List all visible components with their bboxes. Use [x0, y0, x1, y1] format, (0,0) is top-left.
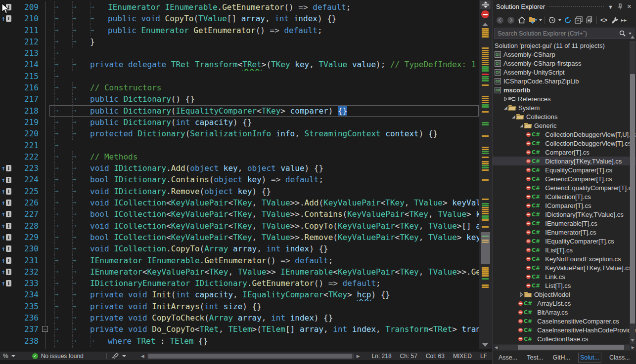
- panel-tab-solut[interactable]: Solut...: [578, 353, 601, 363]
- line-number[interactable]: 230: [17, 243, 39, 254]
- editor-hscrollbar-thumb[interactable]: [148, 354, 352, 359]
- toolbar-overflow-icon[interactable]: ▸▸: [621, 17, 627, 23]
- tree-item[interactable]: C#CaseInsensitiveComparer.cs: [493, 317, 636, 325]
- search-icon[interactable]: [619, 30, 626, 37]
- properties-icon[interactable]: [609, 15, 620, 26]
- code-text[interactable]: →→protected Dictionary(SerializationInfo…: [49, 128, 479, 139]
- line-number[interactable]: 210: [17, 13, 39, 24]
- code-line[interactable]: ↑I231→→IEnumerator IEnumerable.GetEnumer…: [0, 255, 479, 266]
- code-line[interactable]: 239→→private static KeyValuePair<TKey, T…: [0, 347, 479, 349]
- line-number[interactable]: 215: [17, 71, 39, 82]
- chevron-expanded-icon[interactable]: [510, 115, 516, 119]
- line-number[interactable]: 220: [17, 128, 39, 139]
- code-cleanup-broom-icon[interactable]: [112, 353, 119, 359]
- implements-interface-icon[interactable]: ↑I: [1, 245, 11, 252]
- forward-icon[interactable]: [505, 15, 516, 26]
- editor-hscrollbar[interactable]: [147, 354, 354, 359]
- code-line[interactable]: ↑I228→→void ICollection<KeyValuePair<TKe…: [0, 220, 479, 232]
- tree-item[interactable]: C#List[T].cs: [493, 281, 636, 290]
- implements-interface-icon[interactable]: ↑I: [1, 165, 11, 171]
- sync-with-active-document-icon[interactable]: [546, 15, 557, 26]
- tree-item[interactable]: C#Link.cs: [493, 272, 636, 281]
- tree-item[interactable]: C#CollectionDebuggerView[T].cs: [493, 139, 636, 148]
- line-number[interactable]: 225: [17, 186, 39, 197]
- code-line[interactable]: 215→: [0, 71, 479, 82]
- pin-icon[interactable]: [618, 3, 623, 10]
- code-text[interactable]: →→private void Init(int capacity, IEqual…: [49, 289, 479, 300]
- panel-tab-gith[interactable]: GitH...: [551, 353, 572, 362]
- line-number[interactable]: 209: [17, 1, 39, 13]
- code-text[interactable]: →→public Dictionary(IEqualityComparer<TK…: [49, 105, 479, 117]
- code-text[interactable]: →→→public Enumerator GetEnumerator() => …: [49, 25, 479, 36]
- home-icon[interactable]: [516, 15, 527, 26]
- tree-scroll-up-arrow[interactable]: [631, 36, 635, 39]
- tree-item[interactable]: C#IList[T].cs: [493, 245, 636, 254]
- code-text[interactable]: →→public Dictionary(int capacity) {}: [49, 117, 479, 128]
- code-line[interactable]: ↑I223→→void IDictionary.Add(object key, …: [0, 162, 479, 174]
- tree-item[interactable]: C#IEqualityComparer[T].cs: [493, 237, 636, 245]
- code-text[interactable]: →→void ICollection<KeyValuePair<TKey, TV…: [49, 220, 479, 232]
- code-editor[interactable]: ↑I209→→→IEnumerator IEnumerable.GetEnume…: [0, 0, 492, 349]
- drag-grip[interactable]: [549, 5, 604, 8]
- code-line[interactable]: 236→→private void CopyToCheck(Array arra…: [0, 312, 479, 324]
- line-number[interactable]: 214: [17, 59, 39, 70]
- code-line[interactable]: 222→→// Methods: [0, 151, 479, 162]
- code-line[interactable]: ↑I210→→→public void CopyTo(TValue[] arra…: [0, 13, 479, 24]
- tree-item[interactable]: C#CollectionBase.cs: [493, 334, 636, 343]
- line-number[interactable]: 233: [17, 278, 39, 289]
- code-text[interactable]: →→private delegate TRet Transform<TRet>(…: [49, 59, 479, 70]
- switch-views-caret-icon[interactable]: [539, 19, 542, 21]
- tree-item[interactable]: C#IEnumerator[T].cs: [493, 228, 636, 237]
- status-item[interactable]: Ln: 218: [372, 353, 392, 360]
- tree-item[interactable]: C#Comparer[T].cs: [493, 148, 636, 157]
- implements-interface-icon[interactable]: ↑I: [1, 188, 11, 195]
- code-line[interactable]: ↑I232→→IEnumerator<KeyValuePair<TKey, TV…: [0, 266, 479, 278]
- collapse-all-icon[interactable]: [573, 15, 584, 26]
- code-text[interactable]: →→private void CopyToCheck(Array array, …: [49, 312, 479, 324]
- tree-item[interactable]: C#Assembly-CSharp-firstpass: [493, 59, 636, 68]
- line-number[interactable]: 212: [17, 36, 39, 47]
- tree-item[interactable]: C#EqualityComparer[T].cs: [493, 165, 636, 174]
- code-line[interactable]: ↑I230→→void ICollection.CopyTo(Array arr…: [0, 243, 479, 254]
- tree-item[interactable]: Generic: [493, 121, 636, 130]
- tree-item[interactable]: C#GenericComparer[T].cs: [493, 174, 636, 183]
- line-number[interactable]: 216: [17, 82, 39, 93]
- tree-item[interactable]: C#CaseInsensitiveHashCodeProvider.cs: [493, 325, 636, 334]
- code-line[interactable]: 221→: [0, 140, 479, 151]
- solution-explorer-header[interactable]: Solution Explorer ▼ ✕: [493, 0, 636, 13]
- code-text[interactable]: →→// Methods: [49, 151, 479, 162]
- tree-scroll-right-arrow[interactable]: ▶: [630, 345, 636, 350]
- line-number[interactable]: 224: [17, 174, 39, 185]
- line-number[interactable]: 213: [17, 47, 39, 59]
- code-text[interactable]: →→void IDictionary.Add(object key, objec…: [49, 162, 479, 174]
- implements-interface-icon[interactable]: ↑I: [1, 177, 11, 183]
- code-line[interactable]: 213→: [0, 47, 479, 59]
- tree-item[interactable]: Solution 'project-gui' (11 of 11 project…: [493, 41, 636, 50]
- line-number[interactable]: 236: [17, 312, 39, 324]
- code-line[interactable]: 220→→protected Dictionary(SerializationI…: [0, 128, 479, 139]
- tree-item[interactable]: C#ICollection[T].cs: [493, 192, 636, 201]
- code-line[interactable]: ↑I229→→bool ICollection<KeyValuePair<TKe…: [0, 232, 479, 243]
- implements-interface-icon[interactable]: ↑I: [1, 257, 11, 264]
- tree-hscrollbar-thumb[interactable]: [518, 345, 624, 350]
- chevron-collapsed-icon[interactable]: [518, 292, 524, 297]
- tree-item[interactable]: C#Assembly-CSharp: [493, 50, 636, 59]
- code-text[interactable]: →: [49, 47, 479, 59]
- fold-collapse-icon[interactable]: –: [42, 326, 48, 332]
- close-icon[interactable]: ✕: [627, 3, 632, 10]
- status-item[interactable]: Col: 63: [426, 353, 445, 360]
- code-text[interactable]: →→public Dictionary() {}: [49, 93, 479, 105]
- status-item[interactable]: Ch: 57: [400, 353, 417, 360]
- implements-interface-icon[interactable]: ↑I: [1, 200, 11, 206]
- code-line[interactable]: 234→→private void Init(int capacity, IEq…: [0, 289, 479, 300]
- line-number[interactable]: 228: [17, 220, 39, 232]
- zoom-caret-icon[interactable]: [11, 355, 15, 357]
- code-line[interactable]: ↑I233→→IDictionaryEnumerator IDictionary…: [0, 278, 479, 289]
- hscroll-left-arrow[interactable]: ◀: [141, 354, 144, 359]
- line-number[interactable]: 232: [17, 266, 39, 278]
- tree-item[interactable]: C#ArrayList.cs: [493, 299, 636, 308]
- implements-interface-icon[interactable]: ↑I: [1, 15, 11, 22]
- code-text[interactable]: →→void IDictionary.Remove(object key) {}: [49, 186, 479, 197]
- tree-item[interactable]: C#Dictionary[TKey,TValue].cs: [493, 157, 636, 165]
- code-text[interactable]: →: [49, 140, 479, 151]
